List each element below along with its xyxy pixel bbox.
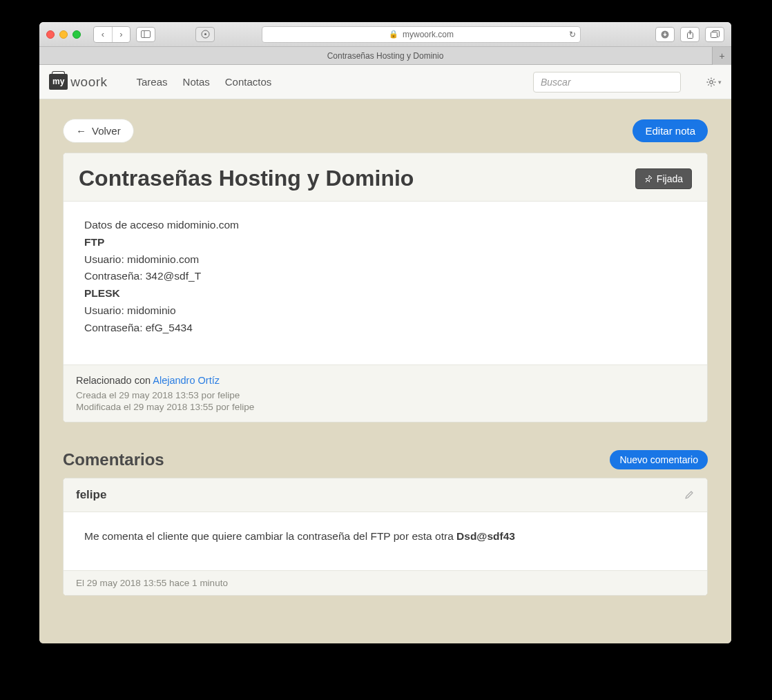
url-host-text: mywoork.com [403, 30, 454, 39]
url-bar[interactable]: 🔒 mywoork.com ↻ [262, 26, 581, 43]
traffic-lights [46, 30, 81, 39]
new-comment-label: Nuevo comentario [619, 454, 698, 465]
gear-icon [706, 77, 717, 88]
note-section1-user: Usuario: midominio.com [84, 251, 686, 269]
note-section2-title: PLESK [84, 287, 120, 299]
back-link[interactable]: ← Volver [63, 119, 134, 143]
reload-icon[interactable]: ↻ [569, 30, 576, 39]
modified-meta: Modificada el 29 may 2018 13:55 por feli… [76, 402, 695, 412]
tab-title[interactable]: Contraseñas Hosting y Dominio [327, 51, 444, 61]
note-section2-user: Usuario: midominio [84, 302, 686, 320]
logo-text: woork [70, 75, 107, 90]
browser-toolbar: ‹ › 🔒 mywoork.com ↻ [39, 22, 731, 47]
related-prefix: Relacionado con [76, 375, 153, 386]
comment-head: felipe [64, 478, 707, 512]
share-button[interactable] [680, 27, 699, 42]
nav-back-forward: ‹ › [93, 26, 131, 43]
nav-link-notas[interactable]: Notas [183, 76, 210, 88]
comment-strong: Dsd@sdf43 [456, 530, 515, 542]
settings-menu[interactable]: ▾ [706, 77, 722, 88]
lock-icon: 🔒 [389, 30, 398, 39]
new-tab-button[interactable]: + [712, 47, 731, 65]
svg-rect-6 [711, 32, 717, 38]
svg-rect-0 [142, 31, 151, 38]
page-content: ← Volver Editar nota Contraseñas Hosting… [39, 99, 731, 615]
pinned-label: Fijada [657, 173, 683, 184]
comments-title: Comentarios [63, 450, 164, 469]
app-logo[interactable]: my woork [49, 74, 108, 90]
browser-window: ‹ › 🔒 mywoork.com ↻ Contraseñas Ho [39, 22, 731, 643]
maximize-window-button[interactable] [73, 30, 81, 39]
pencil-icon [684, 489, 695, 500]
note-intro: Datos de acceso midominio.com [84, 217, 686, 234]
edit-comment-button[interactable] [684, 489, 695, 500]
reader-button[interactable] [195, 27, 215, 42]
tab-strip: Contraseñas Hosting y Dominio + [39, 47, 731, 65]
note-section2-pass: Contraseña: efG_5434 [84, 320, 686, 337]
note-title: Contraseñas Hosting y Dominio [79, 166, 414, 191]
note-body: Datos de acceso midominio.com FTP Usuari… [64, 202, 707, 364]
comments-header: Comentarios Nuevo comentario [63, 450, 708, 469]
svg-point-3 [204, 33, 206, 35]
sidebar-icon [141, 30, 151, 38]
note-card-header: Contraseñas Hosting y Dominio Fijada [64, 153, 707, 202]
close-window-button[interactable] [46, 30, 55, 39]
sidebar-toggle-button[interactable] [136, 27, 155, 42]
nav-link-contactos[interactable]: Contactos [225, 76, 272, 88]
related-link[interactable]: Alejandro Ortíz [153, 375, 220, 386]
note-section1-title: FTP [84, 236, 104, 248]
svg-point-7 [710, 80, 713, 84]
related-line: Relacionado con Alejandro Ortíz [76, 375, 695, 386]
share-icon [686, 30, 694, 39]
forward-button[interactable]: › [112, 27, 130, 42]
back-button[interactable]: ‹ [94, 27, 112, 42]
chevron-down-icon: ▾ [718, 79, 722, 86]
app-navbar: my woork Tareas Notas Contactos ▾ [39, 65, 731, 99]
note-section1-pass: Contraseña: 342@sdf_T [84, 268, 686, 285]
tabs-button[interactable] [705, 27, 724, 42]
toolbar-right [655, 27, 724, 42]
arrow-left-icon: ← [76, 125, 86, 137]
pin-icon [644, 175, 653, 183]
note-card: Contraseñas Hosting y Dominio Fijada Dat… [63, 153, 708, 422]
tabs-icon [711, 30, 720, 38]
comment-card: felipe Me comenta el cliente que quiere … [63, 478, 708, 596]
page-header: ← Volver Editar nota [63, 119, 708, 143]
note-footer: Relacionado con Alejandro Ortíz Creada e… [64, 364, 707, 422]
back-label: Volver [92, 125, 121, 137]
download-icon [661, 30, 669, 39]
new-comment-button[interactable]: Nuevo comentario [610, 450, 708, 469]
pinned-badge[interactable]: Fijada [635, 168, 692, 189]
compass-icon [201, 30, 210, 39]
edit-note-label: Editar nota [645, 125, 695, 137]
app-root: my woork Tareas Notas Contactos ▾ ← Volv… [39, 65, 731, 643]
comment-author: felipe [76, 488, 106, 502]
edit-note-button[interactable]: Editar nota [633, 119, 708, 142]
created-meta: Creada el 29 may 2018 13:53 por felipe [76, 390, 695, 400]
nav-link-tareas[interactable]: Tareas [137, 76, 168, 88]
minimize-window-button[interactable] [59, 30, 68, 39]
downloads-button[interactable] [655, 27, 675, 42]
logo-badge: my [49, 74, 68, 90]
comment-timestamp: El 29 may 2018 13:55 hace 1 minuto [64, 570, 707, 595]
comment-text: Me comenta el cliente que quiere cambiar… [84, 530, 456, 542]
search-input[interactable] [533, 72, 681, 93]
comment-body: Me comenta el cliente que quiere cambiar… [64, 512, 707, 570]
